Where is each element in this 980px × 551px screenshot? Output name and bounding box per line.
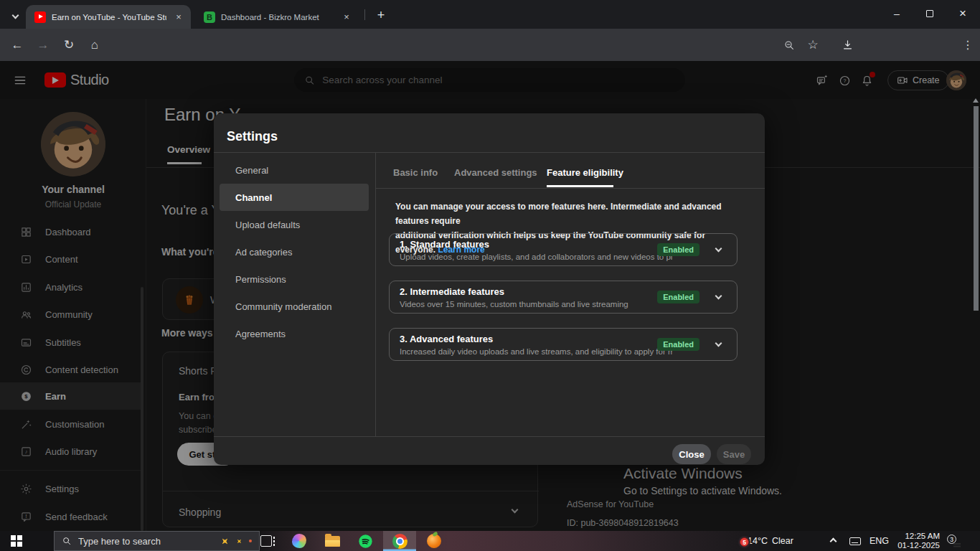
copilot-button[interactable]	[283, 531, 316, 551]
browser-toolbar: ← → ↻ ⌂ studio.youtube.com/channel/UCKIK…	[0, 29, 980, 61]
weather-widget[interactable]: 5 14°C Clear	[743, 531, 793, 551]
window-restore-button[interactable]	[914, 0, 946, 27]
status-badge: Enabled	[657, 243, 699, 256]
modal-header-border	[214, 152, 765, 153]
modal-tab-basic-info[interactable]: Basic info	[393, 167, 438, 178]
fl-studio-icon	[427, 534, 441, 548]
date: 01-12-2025	[897, 541, 940, 550]
modal-nav-community-moderation[interactable]: Community moderation	[214, 293, 375, 320]
feature-description: Upload videos, create playlists, and add…	[400, 253, 672, 261]
feature-description: Videos over 15 minutes, custom thumbnail…	[400, 300, 672, 309]
search-highlights-icon	[220, 535, 231, 547]
status-badge: Enabled	[657, 338, 699, 351]
tab-search-button[interactable]	[6, 6, 24, 24]
chrome-icon	[392, 534, 407, 549]
activate-windows-watermark: Activate Windows Go to Settings to activ…	[623, 465, 782, 496]
modal-nav-agreements[interactable]: Agreements	[214, 320, 375, 347]
time: 12:25 AM	[905, 532, 940, 541]
download-icon[interactable]	[837, 34, 858, 56]
feature-card-advanced[interactable]: 3. Advanced features Increased daily vid…	[389, 328, 738, 361]
file-explorer-button[interactable]	[316, 531, 349, 551]
settings-modal: Settings General Channel Upload defaults…	[214, 113, 765, 465]
active-tab-underline	[547, 185, 613, 187]
zoom-icon[interactable]	[778, 34, 800, 56]
bizkro-favicon-icon: B	[204, 11, 215, 23]
save-button[interactable]: Save	[717, 444, 751, 464]
task-view-icon	[260, 535, 272, 547]
modal-tab-advanced-settings[interactable]: Advanced settings	[454, 167, 537, 178]
tab-title: Dashboard - Bizkro Market	[221, 13, 334, 22]
modal-nav-permissions[interactable]: Permissions	[214, 265, 375, 293]
modal-nav-general[interactable]: General	[214, 156, 375, 184]
bookmark-star-icon[interactable]: ☆	[802, 34, 824, 56]
feature-description: Increased daily video uploads and live s…	[400, 347, 672, 356]
feature-card-standard[interactable]: 1. Standard features Upload videos, crea…	[389, 233, 738, 266]
search-icon	[62, 536, 72, 546]
spotify-icon	[358, 534, 373, 549]
window-close-button[interactable]: ×	[947, 0, 979, 27]
modal-tab-feature-eligibility[interactable]: Feature eligibility	[547, 167, 623, 178]
restore-icon	[926, 10, 933, 17]
clock[interactable]: 12:25 AM 01-12-2025	[895, 532, 940, 551]
weather-condition: Clear	[772, 536, 793, 546]
touch-keyboard-button[interactable]	[849, 531, 861, 551]
weather-temp: 14°C	[748, 536, 768, 546]
modal-nav-channel[interactable]: Channel	[220, 184, 369, 211]
copilot-icon	[292, 534, 306, 548]
reload-button[interactable]: ↻	[57, 34, 80, 57]
chevron-down-icon	[11, 11, 19, 19]
fl-studio-button[interactable]	[418, 531, 451, 551]
scrollbar-thumb[interactable]	[974, 106, 979, 311]
file-explorer-icon	[325, 536, 340, 547]
windows-logo-icon	[11, 535, 22, 547]
modal-nav-upload-defaults[interactable]: Upload defaults	[214, 211, 375, 238]
tab-close-icon[interactable]: ×	[172, 11, 185, 24]
browser-tab-strip: Earn on YouTube - YouTube Stu × B Dashbo…	[0, 0, 980, 29]
spotify-button[interactable]	[349, 531, 382, 551]
home-button[interactable]: ⌂	[83, 34, 106, 57]
browser-tab-active[interactable]: Earn on YouTube - YouTube Stu ×	[26, 5, 191, 29]
watermark-subtitle: Go to Settings to activate Windows.	[623, 485, 782, 496]
tab-separator	[364, 9, 365, 20]
scrollbar-up-arrow[interactable]	[973, 98, 979, 103]
youtube-studio-app: Studio ? Create	[0, 61, 980, 531]
back-button[interactable]: ←	[6, 34, 29, 57]
browser-tab-inactive[interactable]: B Dashboard - Bizkro Market ×	[195, 5, 359, 29]
description-line1: You can manage your access to more featu…	[395, 202, 722, 226]
tab-close-icon[interactable]: ×	[340, 11, 353, 24]
status-badge: Enabled	[657, 291, 699, 303]
weather-badge: 5	[740, 537, 749, 547]
touch-keyboard-icon	[849, 537, 861, 545]
search-highlights-icon	[235, 537, 243, 545]
chevron-up-icon	[830, 537, 837, 545]
taskbar-search-input[interactable]	[78, 536, 214, 547]
window-minimize-button[interactable]: –	[881, 0, 913, 27]
modal-nav-border	[375, 152, 376, 436]
modal-footer-border	[214, 436, 765, 437]
modal-title: Settings	[227, 129, 278, 144]
start-button[interactable]	[0, 531, 33, 551]
close-button[interactable]: Close	[672, 444, 711, 464]
language-label: ENG	[870, 536, 889, 546]
browser-menu-icon[interactable]: ⋮	[957, 34, 979, 56]
chrome-button[interactable]	[383, 531, 416, 551]
page-scrollbar[interactable]	[973, 98, 979, 531]
modal-nav-ad-categories[interactable]: Ad categories	[214, 238, 375, 265]
tray-expand[interactable]	[831, 531, 836, 551]
notification-count-badge: 3	[947, 534, 956, 544]
watermark-title: Activate Windows	[623, 465, 782, 482]
windows-taskbar: 5 14°C Clear ENG 12:25 AM 01-12-2025 3	[0, 531, 980, 551]
task-view-button[interactable]	[250, 531, 283, 551]
modal-tabs-border	[375, 188, 765, 189]
language-indicator[interactable]: ENG	[870, 531, 889, 551]
tab-title: Earn on YouTube - YouTube Stu	[52, 13, 166, 22]
screen: Earn on YouTube - YouTube Stu × B Dashbo…	[0, 0, 980, 551]
feature-card-intermediate[interactable]: 2. Intermediate features Videos over 15 …	[389, 281, 738, 314]
new-tab-button[interactable]: +	[372, 6, 390, 24]
taskbar-search[interactable]	[54, 531, 260, 551]
youtube-favicon-icon	[34, 11, 46, 23]
forward-button[interactable]: →	[32, 34, 55, 57]
